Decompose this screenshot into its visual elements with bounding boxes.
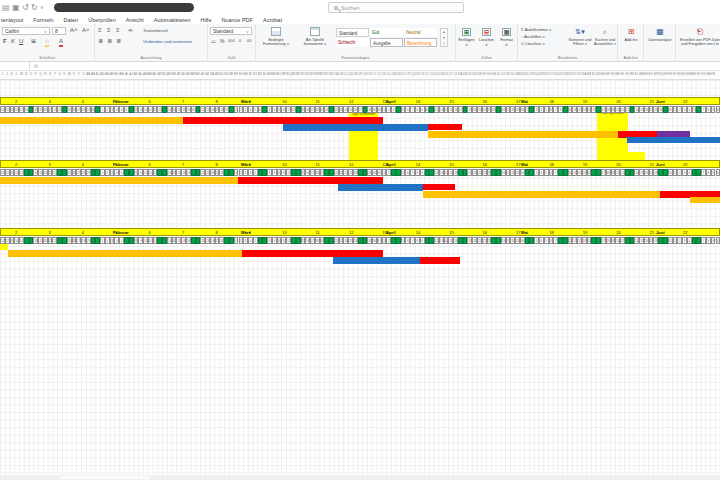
gallery-scroll-buttons[interactable]: ▴▾≡: [440, 28, 448, 47]
gantt-bar[interactable]: [238, 177, 383, 184]
border-icon[interactable]: ⊞: [31, 37, 36, 45]
italic-button[interactable]: K: [11, 37, 15, 45]
week-number: 19: [583, 99, 587, 104]
underline-button[interactable]: U: [19, 37, 23, 45]
menu-tab-tenlayout[interactable]: tenlayout: [1, 17, 23, 23]
menu-tab-hilfe[interactable]: Hilfe: [200, 17, 211, 23]
orientation-icon[interactable]: ⌯: [128, 26, 133, 34]
gantt-bar[interactable]: [0, 244, 8, 250]
bold-button[interactable]: F: [3, 37, 7, 45]
save-icon[interactable]: ▣: [12, 2, 20, 13]
data-analysis-button[interactable]: ▦ Datenanalyse: [646, 27, 674, 42]
document-title-redacted: [54, 3, 194, 12]
gantt-bar[interactable]: [8, 250, 242, 257]
style-ausgabe[interactable]: Ausgabe: [370, 38, 403, 47]
day-cell[interactable]: 10: [716, 106, 720, 113]
align-bottom-icon[interactable]: ≡: [116, 26, 120, 34]
fill-button[interactable]: ↓ Ausfüllen ˅: [521, 34, 545, 40]
gantt-bar[interactable]: [428, 124, 462, 130]
sheet-area[interactable]: Lager SchwimmenBOA Trgd/Schüler234567891…: [0, 80, 720, 475]
gantt-bar[interactable]: [333, 257, 420, 264]
gantt-bar[interactable]: [423, 191, 660, 198]
gantt-bar[interactable]: [0, 117, 183, 124]
week-header-row[interactable]: 2345678910111213141516171819202122Februa…: [0, 160, 720, 168]
increase-decimal-icon[interactable]: .0: [238, 37, 241, 45]
gantt-bar[interactable]: [420, 257, 460, 264]
style-berechnung[interactable]: Berechnung: [404, 38, 437, 47]
week-number: 2: [15, 162, 17, 167]
menu-tab-formeln[interactable]: Formeln: [33, 17, 53, 23]
clear-button[interactable]: ◇ Löschen ˅: [521, 41, 545, 47]
gantt-bar[interactable]: [338, 184, 423, 191]
gantt-bar[interactable]: [283, 124, 428, 131]
merge-center-button[interactable]: Verbinden und zentrieren: [143, 38, 192, 46]
font-size-combo[interactable]: 8: [52, 27, 66, 35]
grow-font-icon[interactable]: A˄: [70, 26, 78, 34]
month-label: April: [386, 230, 396, 235]
formula-bar[interactable]: fx: [0, 62, 720, 71]
style-gut[interactable]: Gut: [370, 28, 403, 37]
column-header[interactable]: FB: [711, 72, 716, 76]
menu-tab-daten[interactable]: Daten: [64, 17, 79, 23]
align-top-icon[interactable]: ≡: [98, 26, 102, 34]
week-number: 15: [449, 162, 453, 167]
menu-tab-acrobat[interactable]: Acrobat: [263, 17, 282, 23]
day-cell[interactable]: 10: [716, 237, 720, 244]
shrink-font-icon[interactable]: A˅: [82, 26, 90, 34]
gantt-bar[interactable]: [428, 131, 618, 138]
align-middle-icon[interactable]: ≡: [107, 26, 111, 34]
align-left-icon[interactable]: ≣: [98, 37, 103, 45]
number-format-combo[interactable]: Standard∨: [210, 27, 252, 35]
undo-icon[interactable]: ↺: [22, 2, 29, 13]
group-label-number: Zahl: [208, 55, 255, 60]
format-cells-button[interactable]: ▦ Format∨: [497, 28, 516, 47]
autosave-icon[interactable]: ▤: [2, 2, 10, 13]
gantt-bar[interactable]: [423, 184, 455, 190]
insert-cells-button[interactable]: ⊞ Einfügen∨: [457, 28, 476, 47]
search-input[interactable]: Suchen: [328, 2, 464, 13]
create-pdf-button[interactable]: ⎗ Erstellen von PDF-Date und Freigeben v…: [680, 27, 720, 46]
format-as-table-button[interactable]: Als Tabelle formatieren ˅: [296, 27, 334, 46]
sort-filter-button[interactable]: ⇅▾ Sortieren und Filtern ˅: [568, 27, 592, 46]
align-center-icon[interactable]: ≣: [107, 37, 112, 45]
conditional-formatting-button[interactable]: Bedingte Formatierung ˅: [258, 27, 294, 46]
day-row[interactable]: 1112131415181920212225262728291234589101…: [0, 236, 720, 244]
week-number: 4: [82, 99, 84, 104]
day-row[interactable]: 1112131415161819202122232526272829301234…: [0, 105, 720, 113]
gantt-bar[interactable]: [690, 197, 720, 203]
menu-tab--berpr-fen[interactable]: Überprüfen: [88, 17, 116, 23]
week-header-row[interactable]: 2345678910111213141516171819202122Februa…: [0, 228, 720, 236]
gantt-bar[interactable]: [183, 117, 383, 124]
week-number: 20: [616, 99, 620, 104]
search-icon: [334, 6, 338, 10]
week-header-row[interactable]: 2345678910111213141516171819202122Februa…: [0, 97, 720, 105]
gantt-bar[interactable]: [627, 137, 720, 143]
redo-icon[interactable]: ↻: [31, 2, 38, 13]
day-cell[interactable]: 10: [716, 169, 720, 176]
delete-cells-button[interactable]: ⊟ Löschen∨: [477, 28, 496, 47]
customize-dropdown-icon[interactable]: ∨: [40, 2, 44, 13]
style-schlecht[interactable]: Schlecht: [336, 38, 369, 47]
fill-color-icon[interactable]: ◌: [45, 37, 49, 47]
currency-icon[interactable]: ▭: [211, 37, 216, 45]
menu-tab-ansicht[interactable]: Ansicht: [126, 17, 144, 23]
day-row[interactable]: 1112131415181920212225262728291234589101…: [0, 168, 720, 176]
decrease-decimal-icon[interactable]: .00: [246, 37, 252, 45]
wrap-text-button[interactable]: Textumbruch: [143, 27, 168, 35]
menu-tab-automatisieren[interactable]: Automatisieren: [154, 17, 191, 23]
thousands-icon[interactable]: 000: [228, 37, 235, 45]
week-number: 12: [349, 162, 353, 167]
menu-tab-nuance-pdf[interactable]: Nuance PDF: [221, 17, 253, 23]
style-standard[interactable]: Standard: [336, 28, 369, 37]
font-color-icon[interactable]: A: [59, 37, 63, 47]
gantt-bar[interactable]: [0, 177, 238, 184]
name-box[interactable]: [0, 62, 30, 70]
scrollbar-thumb[interactable]: [60, 476, 150, 479]
find-select-button[interactable]: ⌕ Suchen und Auswählen ˅: [593, 27, 617, 46]
percent-icon[interactable]: %: [220, 37, 224, 45]
font-name-combo[interactable]: Calibri∨: [2, 27, 50, 35]
autosum-button[interactable]: Σ AutoSumme ˅: [521, 27, 551, 33]
addins-button[interactable]: ⊞ Add-Ins: [620, 27, 642, 42]
align-right-icon[interactable]: ≣: [116, 37, 121, 45]
style-neutral[interactable]: Neutral: [404, 28, 437, 37]
